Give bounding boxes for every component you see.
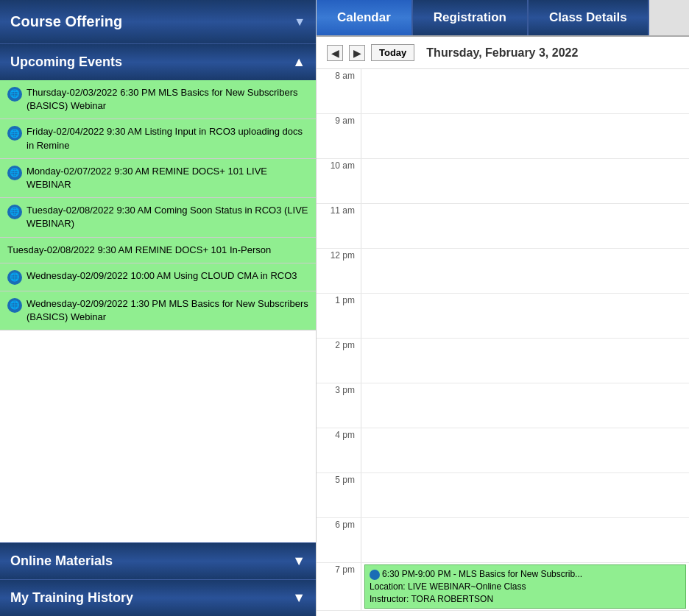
list-item[interactable]: Tuesday-02/08/2022 9:30 AM REMINE DOCS+ …	[0, 238, 316, 263]
event-location: Location: LIVE WEBINAR~Online Class	[370, 581, 526, 592]
event-block-icon	[370, 570, 380, 580]
time-label: 8 am	[317, 69, 361, 81]
time-row-8am: 8 am	[317, 69, 689, 114]
upcoming-events-header[interactable]: Upcoming Events ▲	[0, 44, 316, 80]
webinar-icon	[7, 205, 22, 219]
upcoming-events-arrow: ▲	[292, 54, 305, 70]
event-text: Wednesday-02/09/2022 1:30 PM MLS Basics …	[26, 297, 308, 324]
time-content	[361, 339, 689, 383]
event-list: Thursday-02/03/2022 6:30 PM MLS Basics f…	[0, 80, 316, 542]
event-time-range: 6:30 PM-9:00 PM - MLS Basics for New Sub…	[382, 569, 582, 579]
tab-bar: CalendarRegistrationClass Details	[317, 0, 689, 37]
online-materials-arrow: ▼	[292, 553, 305, 569]
event-text: Tuesday-02/08/2022 9:30 AM REMINE DOCS+ …	[7, 244, 271, 257]
calendar-nav: ◀ ▶ Today Thursday, February 3, 2022	[317, 37, 689, 69]
time-label: 9 am	[317, 114, 361, 126]
event-text: Tuesday-02/08/2022 9:30 AM Coming Soon S…	[26, 204, 308, 230]
webinar-icon	[7, 270, 22, 285]
webinar-icon	[7, 126, 22, 141]
time-row-6pm: 6 pm	[317, 518, 689, 563]
time-content	[361, 159, 689, 203]
time-label: 11 am	[317, 204, 361, 216]
time-row-10am: 10 am	[317, 159, 689, 204]
webinar-icon	[7, 166, 22, 180]
my-training-label: My Training History	[10, 590, 133, 606]
calendar-area: ◀ ▶ Today Thursday, February 3, 2022 8 a…	[317, 37, 689, 616]
time-content	[361, 69, 689, 113]
time-row-2pm: 2 pm	[317, 339, 689, 383]
list-item[interactable]: Friday-02/04/2022 9:30 AM Listing Input …	[0, 119, 316, 158]
list-item[interactable]: Monday-02/07/2022 9:30 AM REMINE DOCS+ 1…	[0, 159, 316, 198]
prev-arrow[interactable]: ◀	[327, 45, 343, 61]
time-label: 7 pm	[317, 563, 361, 575]
event-instructor: Instructor: TORA ROBERTSON	[370, 594, 493, 604]
time-content	[361, 114, 689, 158]
today-button[interactable]: Today	[371, 44, 414, 61]
time-label: 5 pm	[317, 473, 361, 485]
webinar-icon	[7, 298, 22, 313]
upcoming-events-label: Upcoming Events	[10, 54, 122, 70]
time-content	[361, 473, 689, 517]
event-text: Wednesday-02/09/2022 10:00 AM Using CLOU…	[26, 269, 297, 283]
my-training-arrow: ▼	[292, 590, 305, 606]
course-offering-header[interactable]: Course Offering ▼	[0, 0, 316, 44]
tab-class_details[interactable]: Class Details	[529, 0, 649, 35]
list-item[interactable]: Tuesday-02/08/2022 9:30 AM Coming Soon S…	[0, 198, 316, 237]
time-label: 10 am	[317, 159, 361, 171]
time-grid: 8 am9 am10 am11 am12 pm1 pm2 pm3 pm4 pm5…	[317, 69, 689, 611]
time-row-4pm: 4 pm	[317, 428, 689, 473]
time-content	[361, 383, 689, 428]
time-row-1pm: 1 pm	[317, 294, 689, 339]
time-content	[361, 428, 689, 472]
tab-registration[interactable]: Registration	[413, 0, 529, 35]
time-row-9am: 9 am	[317, 114, 689, 159]
time-label: 12 pm	[317, 249, 361, 261]
time-content	[361, 249, 689, 293]
list-item[interactable]: Wednesday-02/09/2022 10:00 AM Using CLOU…	[0, 263, 316, 291]
left-panel: Course Offering ▼ Upcoming Events ▲ Thur…	[0, 0, 317, 616]
time-row-5pm: 5 pm	[317, 473, 689, 518]
my-training-header[interactable]: My Training History ▼	[0, 579, 316, 616]
list-item[interactable]: Wednesday-02/09/2022 1:30 PM MLS Basics …	[0, 291, 316, 330]
time-content	[361, 518, 689, 562]
time-label: 3 pm	[317, 383, 361, 395]
right-panel: CalendarRegistrationClass Details ◀ ▶ To…	[317, 0, 689, 616]
time-content	[361, 294, 689, 338]
time-content	[361, 204, 689, 248]
bottom-headers: Online Materials ▼ My Training History ▼	[0, 542, 316, 616]
time-label: 2 pm	[317, 339, 361, 350]
online-materials-header[interactable]: Online Materials ▼	[0, 542, 316, 579]
course-offering-label: Course Offering	[10, 13, 122, 30]
time-row-3pm: 3 pm	[317, 383, 689, 428]
list-item[interactable]: Thursday-02/03/2022 6:30 PM MLS Basics f…	[0, 80, 316, 119]
time-row-7pm: 7 pm6:30 PM-9:00 PM - MLS Basics for New…	[317, 563, 689, 611]
webinar-icon	[7, 87, 22, 102]
event-text: Friday-02/04/2022 9:30 AM Listing Input …	[26, 125, 308, 152]
next-arrow[interactable]: ▶	[349, 45, 365, 61]
event-text: Monday-02/07/2022 9:30 AM REMINE DOCS+ 1…	[26, 165, 308, 191]
online-materials-label: Online Materials	[10, 553, 113, 569]
time-row-11am: 11 am	[317, 204, 689, 249]
course-offering-arrow: ▼	[294, 15, 305, 29]
calendar-event-block[interactable]: 6:30 PM-9:00 PM - MLS Basics for New Sub…	[364, 564, 686, 609]
tab-calendar[interactable]: Calendar	[317, 0, 413, 35]
calendar-date-title: Thursday, February 3, 2022	[426, 46, 578, 60]
time-content: 6:30 PM-9:00 PM - MLS Basics for New Sub…	[361, 563, 689, 610]
time-label: 6 pm	[317, 518, 361, 530]
time-label: 4 pm	[317, 428, 361, 440]
event-text: Thursday-02/03/2022 6:30 PM MLS Basics f…	[26, 86, 308, 113]
time-label: 1 pm	[317, 294, 361, 305]
time-row-12pm: 12 pm	[317, 249, 689, 294]
